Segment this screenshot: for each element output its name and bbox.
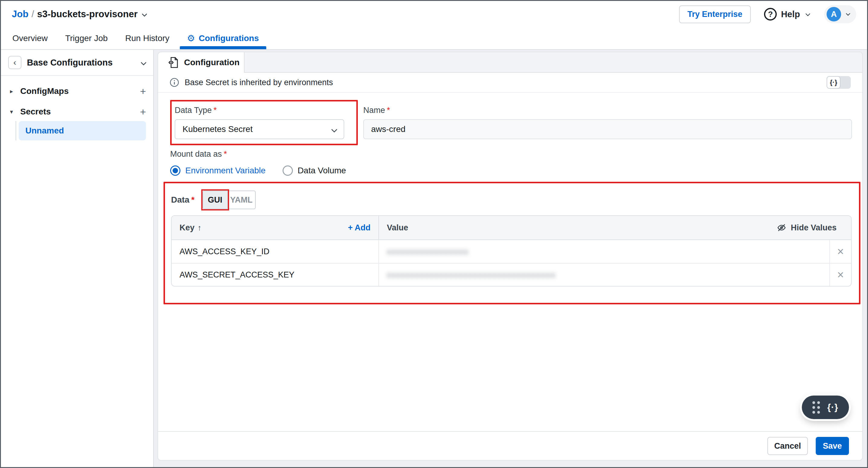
try-enterprise-button[interactable]: Try Enterprise (679, 5, 751, 23)
sort-ascending-icon[interactable]: ↑ (198, 223, 202, 233)
avatar: A (827, 7, 841, 22)
data-type-select[interactable]: Kubernetes Secret (175, 119, 344, 139)
data-type-label: Data Type* (175, 106, 344, 115)
user-chevron-down-icon (845, 11, 851, 18)
sidebar-collapse-button[interactable]: ‹ (8, 56, 22, 69)
mount-options: Environment Variable Data Volume (170, 164, 850, 177)
required-asterisk: * (224, 149, 227, 159)
name-input[interactable] (363, 119, 852, 139)
cancel-button[interactable]: Cancel (767, 437, 808, 455)
name-label-text: Name (363, 106, 385, 115)
select-chevron-down-icon (330, 126, 336, 133)
mount-data-as-label: Mount data as* (170, 149, 850, 159)
tab-overview[interactable]: Overview (12, 28, 48, 49)
sidebar-chevron-down-icon[interactable] (139, 59, 146, 66)
info-icon (169, 77, 179, 87)
file-code-icon (168, 57, 179, 69)
configuration-card: Configuration Base Secret is inherited b… (157, 52, 863, 461)
table-row: AWS_ACCESS_KEY_ID xxxxxxxxxxxxxxxxx × (172, 240, 851, 263)
top-header: Job / s3-buckets-provisoner Try Enterpri… (1, 1, 867, 28)
key-header-label[interactable]: Key (180, 223, 195, 233)
info-banner: Base Secret is inherited by environments… (158, 73, 862, 93)
sidebar-item-secrets[interactable]: ▾ Secrets + (8, 107, 146, 117)
value-cell[interactable]: xxxxxxxxxxxxxxxxx (378, 240, 829, 263)
data-label-text: Data (171, 195, 189, 204)
data-type-value: Kubernetes Secret (183, 124, 253, 134)
name-label: Name* (363, 106, 852, 115)
primary-nav: Overview Trigger Job Run History ⚙ Confi… (1, 28, 867, 50)
table-header: Key ↑ + Add Value (172, 216, 851, 240)
sidebar-item-configmaps[interactable]: ▸ ConfigMaps + (8, 86, 146, 96)
code-braces-icon: {·} (827, 76, 840, 89)
radio-unselected-icon (283, 165, 293, 176)
tab-configuration[interactable]: Configuration (158, 52, 245, 73)
key-cell[interactable]: AWS_SECRET_ACCESS_KEY (172, 264, 378, 286)
gui-mode-button[interactable]: GUI (203, 191, 228, 209)
secrets-children: Unnamed (16, 121, 146, 140)
page-title: s3-buckets-provisoner (37, 9, 138, 20)
add-secret-button[interactable]: + (140, 107, 146, 117)
header-actions: Try Enterprise ? Help A (679, 5, 856, 23)
info-text: Base Secret is inherited by environments (185, 78, 333, 87)
user-menu[interactable]: A (824, 5, 856, 23)
value-cell[interactable]: xxxxxxxxxxxxxxxxxxxxxxxxxxxxxxxxxxx (378, 264, 829, 286)
radio-data-volume[interactable]: Data Volume (283, 165, 346, 176)
sidebar-item-unnamed-secret[interactable]: Unnamed (19, 121, 146, 140)
add-configmap-button[interactable]: + (140, 86, 146, 96)
delete-row-button[interactable]: × (829, 240, 851, 263)
configuration-tab-label: Configuration (184, 58, 240, 67)
radio-selected-icon (170, 165, 180, 176)
annotation-box-data-section: Data* GUI YAML (163, 182, 861, 304)
breadcrumb-job-link[interactable]: Job (12, 9, 28, 20)
tab-configurations[interactable]: ⚙ Configurations (187, 28, 259, 49)
tab-run-history-label: Run History (125, 34, 169, 43)
environment-variable-label: Environment Variable (185, 166, 266, 175)
caret-down-icon: ▾ (8, 108, 15, 115)
configuration-tabbar: Configuration (158, 52, 862, 73)
app-switcher-chevron-down-icon[interactable] (141, 11, 147, 18)
value-column-header: Value Hide Values (378, 216, 851, 239)
code-braces-icon[interactable]: {·} (827, 402, 838, 412)
tab-trigger-job[interactable]: Trigger Job (65, 28, 108, 49)
help-menu[interactable]: ? Help (764, 8, 811, 21)
radio-environment-variable[interactable]: Environment Variable (170, 165, 266, 176)
breadcrumb: Job / s3-buckets-provisoner (12, 9, 147, 20)
add-row-button[interactable]: + Add (348, 223, 371, 233)
required-asterisk: * (387, 106, 390, 115)
drag-handle-icon[interactable] (812, 401, 820, 414)
hide-values-button[interactable]: Hide Values (777, 223, 837, 233)
code-view-toggle[interactable]: {·} (827, 76, 851, 89)
floating-widget[interactable]: {·} (802, 396, 849, 419)
key-cell[interactable]: AWS_ACCESS_KEY_ID (172, 240, 378, 263)
sidebar-title: Base Configurations (27, 58, 113, 68)
data-label: Data* (171, 195, 195, 205)
help-label: Help (781, 9, 800, 19)
data-type-label-text: Data Type (175, 106, 212, 115)
mount-label-text: Mount data as (170, 149, 222, 159)
content-area: Configuration Base Secret is inherited b… (154, 50, 867, 468)
value-header-label: Value (387, 223, 408, 233)
tab-trigger-job-label: Trigger Job (65, 34, 108, 43)
help-icon: ? (764, 8, 777, 21)
yaml-mode-button[interactable]: YAML (228, 191, 256, 209)
caret-right-icon: ▸ (8, 88, 15, 95)
gear-icon: ⚙ (187, 34, 195, 43)
masked-secret-value: xxxxxxxxxxxxxxxxx (387, 247, 469, 256)
delete-row-button[interactable]: × (829, 264, 851, 286)
tab-run-history[interactable]: Run History (125, 28, 169, 49)
form-row-datatype-name: Data Type* Kubernetes Secret (170, 100, 850, 145)
hide-values-label: Hide Values (790, 223, 837, 233)
masked-secret-value: xxxxxxxxxxxxxxxxxxxxxxxxxxxxxxxxxxx (387, 270, 556, 279)
secret-form: Data Type* Kubernetes Secret (158, 93, 862, 431)
key-column-header: Key ↑ + Add (172, 216, 378, 239)
data-mode-switch: GUI YAML (203, 191, 256, 209)
name-field-group: Name* (363, 106, 852, 139)
annotation-box-data-type: Data Type* Kubernetes Secret (170, 100, 358, 145)
tab-overview-label: Overview (12, 34, 48, 43)
table-row: AWS_SECRET_ACCESS_KEY xxxxxxxxxxxxxxxxxx… (172, 263, 851, 286)
data-section-header: Data* GUI YAML (171, 188, 852, 212)
key-value-table: Key ↑ + Add Value (171, 215, 852, 287)
configmaps-label: ConfigMaps (20, 86, 69, 96)
save-button[interactable]: Save (816, 437, 849, 455)
config-sidebar: ‹ Base Configurations ▸ ConfigMaps + ▾ S… (1, 50, 154, 468)
